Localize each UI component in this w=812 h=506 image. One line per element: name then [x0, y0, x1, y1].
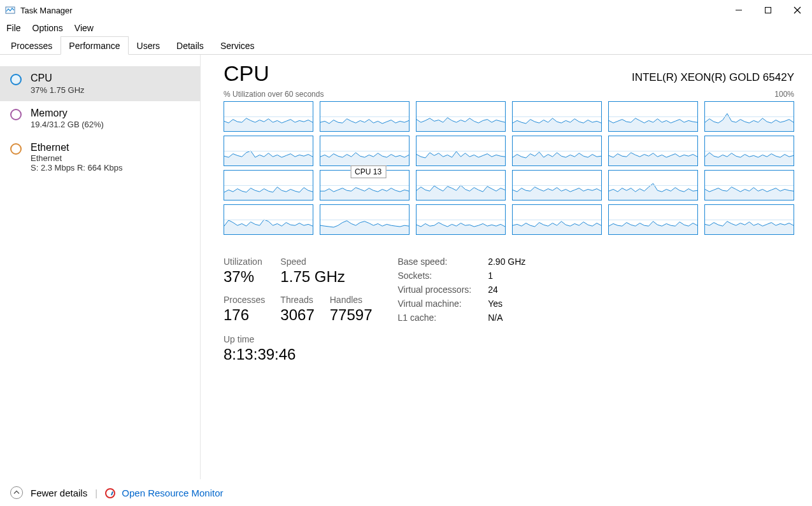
tab-strip: Processes Performance Users Details Serv… — [0, 36, 812, 55]
cpu-chart-14[interactable] — [416, 170, 506, 200]
svg-marker-18 — [320, 188, 409, 200]
tab-users[interactable]: Users — [129, 36, 169, 54]
cpu-chart-9[interactable] — [512, 136, 602, 166]
open-resource-monitor-label: Open Resource Monitor — [122, 488, 223, 498]
cpu-model: INTEL(R) XEON(R) GOLD 6542Y — [632, 71, 794, 84]
stat-key-4: L1 cache: — [398, 313, 472, 323]
sidebar-eth-title: Ethernet — [31, 142, 123, 153]
sidebar-memory-sub: 19.4/31.2 GB (62%) — [31, 120, 104, 129]
sidebar-item-ethernet[interactable]: Ethernet Ethernet S: 2.3 Mbps R: 664 Kbp… — [0, 136, 200, 179]
utilization-value: 37% — [224, 268, 265, 286]
sidebar-eth-sub2: S: 2.3 Mbps R: 664 Kbps — [31, 163, 123, 172]
svg-marker-6 — [320, 119, 409, 131]
cpu-chart-6[interactable] — [224, 136, 313, 166]
cpu-chart-10[interactable] — [608, 136, 698, 166]
chart-caption-right: 100% — [774, 90, 794, 99]
cpu-chart-4[interactable] — [608, 101, 698, 132]
svg-marker-23 — [224, 220, 313, 234]
page-title: CPU — [224, 61, 269, 86]
fewer-details-link[interactable]: Fewer details — [31, 488, 87, 498]
svg-marker-16 — [705, 153, 794, 165]
uptime-value: 8:13:39:46 — [224, 346, 373, 363]
main-pane: CPU INTEL(R) XEON(R) GOLD 6542Y % Utiliz… — [201, 55, 812, 479]
ethernet-ring-icon — [10, 143, 22, 155]
tab-processes[interactable]: Processes — [3, 36, 61, 54]
cpu-ring-icon — [10, 74, 22, 85]
processes-label: Processes — [224, 295, 265, 305]
cpu-chart-20[interactable] — [416, 204, 506, 235]
menu-view[interactable]: View — [75, 23, 94, 33]
handles-value: 77597 — [330, 306, 373, 324]
stat-val-3: Yes — [488, 299, 525, 309]
cpu-chart-5[interactable] — [704, 101, 794, 132]
svg-rect-2 — [766, 8, 771, 13]
close-button[interactable] — [783, 0, 812, 20]
cpu-chart-13[interactable]: CPU 13 — [320, 170, 410, 200]
uptime-label: Up time — [224, 334, 373, 344]
minimize-button[interactable] — [724, 0, 753, 20]
cpu-chart-22[interactable] — [608, 204, 698, 235]
cpu-chart-21[interactable] — [512, 204, 602, 235]
tab-performance[interactable]: Performance — [61, 36, 128, 55]
titlebar: Task Manager — [0, 0, 812, 20]
app-icon — [5, 5, 15, 15]
threads-label: Threads — [280, 295, 314, 305]
stat-val-2: 24 — [488, 285, 525, 295]
sidebar-memory-title: Memory — [31, 108, 104, 119]
cpu-chart-8[interactable] — [416, 136, 506, 166]
svg-marker-27 — [609, 221, 697, 234]
footer-bar: Fewer details | Open Resource Monitor — [0, 479, 812, 506]
cpu-chart-grid[interactable]: CPU 13 — [224, 101, 794, 235]
speed-label: Speed — [280, 257, 314, 267]
cpu-chart-0[interactable] — [224, 101, 313, 132]
svg-marker-15 — [609, 153, 697, 165]
sidebar-cpu-sub: 37% 1.75 GHz — [31, 85, 85, 95]
performance-sidebar: CPU 37% 1.75 GHz Memory 19.4/31.2 GB (62… — [0, 55, 201, 479]
menu-options[interactable]: Options — [32, 23, 63, 33]
svg-marker-5 — [224, 118, 313, 131]
svg-marker-28 — [705, 221, 794, 234]
utilization-label: Utilization — [224, 257, 265, 267]
open-resource-monitor-link[interactable]: Open Resource Monitor — [105, 488, 223, 498]
cpu-chart-3[interactable] — [512, 101, 602, 132]
stat-val-0: 2.90 GHz — [488, 257, 525, 267]
cpu-chart-12[interactable] — [224, 170, 313, 200]
stats-right: Base speed:2.90 GHzSockets:1Virtual proc… — [398, 257, 526, 363]
maximize-button[interactable] — [753, 0, 783, 20]
stat-val-1: 1 — [488, 271, 525, 281]
window-controls — [724, 0, 812, 20]
cpu-chart-16[interactable] — [608, 170, 698, 200]
stat-key-1: Sockets: — [398, 271, 472, 281]
tab-services[interactable]: Services — [212, 36, 263, 54]
cpu-chart-1[interactable] — [320, 101, 410, 132]
stat-val-4: N/A — [488, 313, 525, 323]
cpu-tooltip: CPU 13 — [350, 165, 386, 178]
cpu-chart-15[interactable] — [512, 170, 602, 200]
footer-divider: | — [95, 488, 97, 498]
stat-key-0: Base speed: — [398, 257, 472, 267]
cpu-chart-18[interactable] — [224, 204, 313, 235]
cpu-chart-7[interactable] — [320, 136, 410, 166]
sidebar-cpu-title: CPU — [31, 73, 85, 84]
sidebar-item-cpu[interactable]: CPU 37% 1.75 GHz — [0, 66, 200, 101]
stats-block: Utilization Speed 37% 1.75 GHz Processes… — [224, 257, 794, 363]
cpu-chart-2[interactable] — [416, 101, 506, 132]
window-title: Task Manager — [20, 6, 73, 15]
svg-marker-22 — [705, 187, 794, 200]
cpu-chart-19[interactable] — [320, 204, 410, 235]
tab-details[interactable]: Details — [168, 36, 212, 54]
cpu-chart-23[interactable] — [704, 204, 794, 235]
chevron-up-icon[interactable] — [10, 486, 23, 499]
sidebar-item-memory[interactable]: Memory 19.4/31.2 GB (62%) — [0, 101, 200, 136]
svg-marker-14 — [513, 152, 601, 165]
svg-marker-13 — [417, 151, 505, 165]
chart-caption-left: % Utilization over 60 seconds — [224, 90, 324, 99]
resource-monitor-icon — [105, 488, 115, 498]
cpu-chart-11[interactable] — [704, 136, 794, 166]
svg-marker-12 — [320, 153, 409, 165]
svg-marker-25 — [417, 223, 505, 234]
handles-label: Handles — [330, 295, 373, 305]
menu-file[interactable]: File — [6, 23, 21, 33]
svg-marker-19 — [417, 185, 505, 200]
cpu-chart-17[interactable] — [704, 170, 794, 200]
